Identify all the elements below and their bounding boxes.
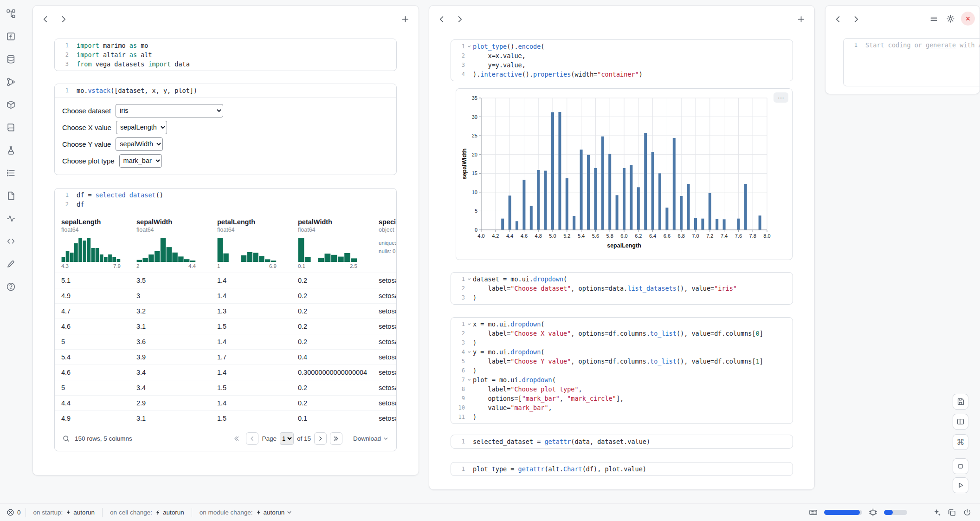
column-range: 16.9 <box>217 263 277 269</box>
status-on-cell-change[interactable]: on cell change:autorun <box>102 508 192 517</box>
column-move-right-button[interactable] <box>850 13 862 25</box>
choose-x-value-select[interactable]: sepalLength <box>116 121 167 134</box>
code-editor[interactable]: 1dataset = mo.ui.dropdown(2 label="Choos… <box>451 273 793 304</box>
layout-button[interactable] <box>953 414 968 430</box>
bar-chart[interactable]: 4.04.24.44.64.85.05.25.45.65.86.06.26.46… <box>461 92 787 256</box>
dropdown-label: Choose plot type <box>62 157 115 165</box>
sidebar-item-functions[interactable] <box>4 29 18 43</box>
command-palette-button[interactable]: ⌘ <box>953 434 968 450</box>
table-column-header: petalWidthfloat640.12.5 <box>298 218 379 269</box>
table-search-button[interactable] <box>62 435 70 443</box>
settings-button[interactable] <box>944 13 956 25</box>
chart-menu-button[interactable]: ··· <box>774 92 788 103</box>
sidebar-item-logs[interactable] <box>4 166 18 180</box>
column-name[interactable]: sepalWidth <box>136 218 217 226</box>
code-line: 3from vega_datasets import data <box>55 59 396 69</box>
column-move-left-button[interactable] <box>39 13 52 25</box>
first-page-button[interactable] <box>230 432 243 445</box>
column-name[interactable]: sepalLength <box>61 218 136 226</box>
line-number: 9 <box>451 395 465 402</box>
cpu-button[interactable] <box>869 508 877 517</box>
table-cell: 3.4 <box>136 384 217 391</box>
run-button[interactable] <box>953 477 968 493</box>
next-page-button[interactable] <box>314 432 327 445</box>
sidebar-item-documentation[interactable] <box>4 120 18 134</box>
fold-toggle-icon[interactable] <box>465 44 473 49</box>
sidebar-item-snippets[interactable] <box>4 234 18 248</box>
stop-button[interactable] <box>953 458 968 474</box>
code-text: selected_dataset = getattr(data, dataset… <box>473 438 650 445</box>
status-on-startup[interactable]: on startup:autorun <box>26 508 103 517</box>
notebook-column-1: 1import marimo as mo2import altair as al… <box>32 5 419 475</box>
table-cell: 4.7 <box>61 307 136 315</box>
error-count-button[interactable]: 0 <box>6 508 26 516</box>
column-name[interactable]: species <box>379 218 396 226</box>
layout-icon <box>956 417 965 426</box>
sidebar-item-files[interactable] <box>4 189 18 202</box>
ai-assistant-button[interactable] <box>932 508 941 517</box>
shutdown-button[interactable] <box>963 508 972 517</box>
code-line: 1import marimo as mo <box>55 41 396 50</box>
code-line: 6) <box>451 366 793 375</box>
code-editor[interactable]: 1df = selected_dataset()2df <box>55 189 396 211</box>
sidebar-item-experiments[interactable] <box>4 143 18 157</box>
code-editor[interactable]: 1plot_type().encode(2 x=x.value,3 y=y.va… <box>451 40 793 81</box>
column-name[interactable]: petalWidth <box>298 218 379 226</box>
code-editor[interactable]: 1plot_type = getattr(alt.Chart(df), plot… <box>451 462 793 475</box>
table-body: 5.13.51.40.2setosa4.931.40.2setosa4.73.2… <box>55 273 396 426</box>
status-on-module-change[interactable]: on module change:autorun <box>192 508 300 517</box>
add-cell-button[interactable] <box>399 13 411 25</box>
previous-page-button[interactable] <box>246 432 258 445</box>
graph-icon <box>6 77 16 87</box>
choose-y-value-select[interactable]: sepalWidth <box>116 137 163 151</box>
table-cell: 4.4 <box>61 399 136 407</box>
column-move-right-button[interactable] <box>453 13 465 25</box>
fold-toggle-icon[interactable] <box>465 350 473 354</box>
table-cell: 5.1 <box>61 277 136 284</box>
sidebar-item-tracing[interactable] <box>4 211 18 225</box>
code-text: ) <box>473 367 477 374</box>
code-text: mo.vstack([dataset, x, y, plot]) <box>77 87 197 94</box>
code-editor[interactable]: 1mo.vstack([dataset, x, y, plot]) <box>55 84 396 97</box>
table-row: 4.73.21.30.2setosa <box>55 303 396 319</box>
code-editor[interactable]: 1selected_dataset = getattr(data, datase… <box>451 435 793 448</box>
svg-text:4.8: 4.8 <box>535 233 542 239</box>
sidebar-item-datasets[interactable] <box>4 52 18 66</box>
last-page-button[interactable] <box>330 432 342 445</box>
shutdown-kernel-button[interactable] <box>961 12 975 26</box>
column-1-header <box>33 6 419 26</box>
sidebar-item-help[interactable] <box>4 280 18 293</box>
column-move-left-button[interactable] <box>832 13 844 25</box>
sidebar-item-packages[interactable] <box>4 98 18 111</box>
fold-toggle-icon[interactable] <box>465 277 473 281</box>
notebook-column-2: 1plot_type().encode(2 x=x.value,3 y=y.va… <box>429 5 815 490</box>
svg-text:5.2: 5.2 <box>563 233 570 239</box>
fold-toggle-icon[interactable] <box>465 322 473 326</box>
code-editor[interactable]: 1 Start coding or generate with AI. <box>844 39 980 52</box>
sidebar-item-file-explorer[interactable] <box>4 7 18 20</box>
column-name[interactable]: petalLength <box>217 218 298 226</box>
column-move-right-button[interactable] <box>57 13 69 25</box>
column-histogram <box>136 237 217 262</box>
download-button[interactable]: Download <box>353 435 389 442</box>
column-move-left-button[interactable] <box>436 13 448 25</box>
table-cell: 2.9 <box>136 399 217 407</box>
generate-with-ai-link[interactable]: generate <box>926 41 956 49</box>
save-button[interactable] <box>953 394 968 410</box>
add-cell-button[interactable] <box>795 13 807 25</box>
keyboard-shortcuts-button[interactable] <box>809 508 818 517</box>
page-select[interactable]: 1 <box>280 432 294 445</box>
code-editor[interactable]: 1import marimo as mo2import altair as al… <box>55 39 396 71</box>
table-row: 53.61.40.2setosa <box>55 334 396 349</box>
notebook-menu-button[interactable] <box>928 13 940 25</box>
copy-button[interactable] <box>948 508 956 517</box>
choose-plot-type-select[interactable]: mark_bar <box>119 154 162 168</box>
sidebar-item-scratchpad[interactable] <box>4 257 18 271</box>
code-line: 4y = mo.ui.dropdown( <box>451 347 793 357</box>
sidebar-item-dependency-graph[interactable] <box>4 75 18 89</box>
table-cell: 4.6 <box>61 323 136 330</box>
code-editor[interactable]: 1x = mo.ui.dropdown(2 label="Choose X va… <box>451 318 793 423</box>
choose-dataset-select[interactable]: iris <box>116 104 223 117</box>
table-cell: 3.4 <box>136 369 217 376</box>
fold-toggle-icon[interactable] <box>465 378 473 382</box>
